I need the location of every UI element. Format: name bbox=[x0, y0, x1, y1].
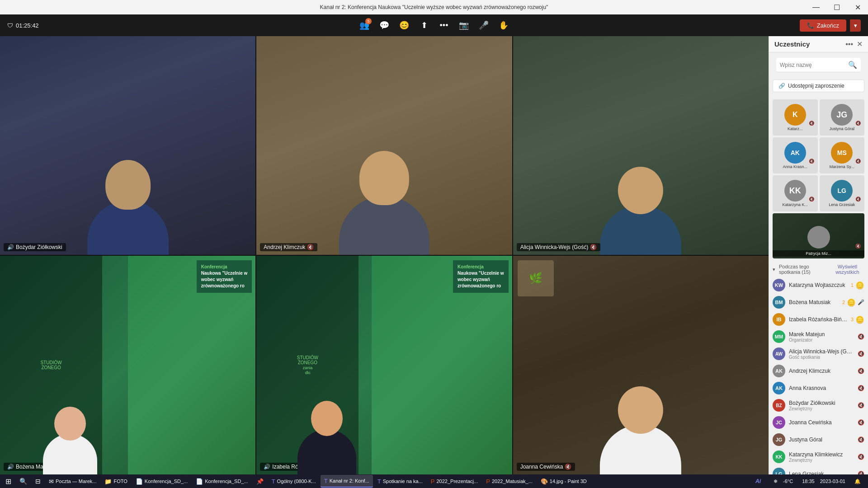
taskbar-date: 2023-03-01 bbox=[818, 479, 847, 484]
taskbar-pin[interactable]: 📌 bbox=[253, 475, 267, 488]
show-all-button[interactable]: Wyświetl wszystkich bbox=[830, 264, 864, 275]
participant-item[interactable]: IB Izabela Różańska-Bińczyk 3 🪙 bbox=[769, 311, 868, 328]
participant-item[interactable]: MM Marek Matejun Organizator 🔇 bbox=[769, 328, 868, 345]
invite-button[interactable]: 🔗 Udostępnij zaproszenie bbox=[773, 80, 864, 92]
reactions-button[interactable]: 😊 bbox=[396, 17, 412, 33]
end-call-dropdown[interactable]: ▾ bbox=[850, 19, 861, 32]
video-cell-alicja[interactable]: Alicja Winnicka-Wejs (Gość) 🔇 bbox=[513, 36, 769, 255]
avatar-cell-marzena[interactable]: MS Marzena Sy... 🔇 bbox=[820, 137, 865, 174]
toolbar-right: 📞 Zakończ ▾ bbox=[800, 19, 861, 32]
participant-item[interactable]: AK Andrzej Klimczuk 🔇 bbox=[769, 362, 868, 380]
taskbar-konf1[interactable]: 📄 Konferencja_SD_... bbox=[132, 475, 191, 488]
avatar-name-katarz: Katarz... bbox=[773, 127, 818, 131]
avatar-cell-patrycja[interactable]: Patrycja Miz... 🔇 bbox=[773, 213, 864, 258]
participant-avatar: JG bbox=[773, 433, 785, 446]
participant-info: Lena Grzesiak bbox=[789, 471, 854, 474]
participant-icons: 🔇 bbox=[858, 351, 864, 357]
chat-button[interactable]: 💬 bbox=[376, 17, 392, 33]
hand-icon: ✋ bbox=[499, 20, 509, 30]
mic-icon-marzena: 🔇 bbox=[855, 159, 861, 164]
start-button[interactable]: ⊞ bbox=[2, 475, 15, 488]
participant-search-box[interactable]: 🔍 bbox=[776, 58, 861, 72]
participant-avatar: JC bbox=[773, 416, 785, 429]
task-view-button[interactable]: ⊟ bbox=[32, 475, 44, 488]
mic-icon-lena: 🔇 bbox=[855, 197, 861, 202]
taskbar-ppt2[interactable]: P 2022_Matusiak_... bbox=[482, 475, 536, 488]
taskbar-ppt1[interactable]: P 2022_Prezentacj... bbox=[427, 475, 481, 488]
close-button[interactable]: ✕ bbox=[847, 0, 868, 14]
participant-icons: 🔇 bbox=[858, 454, 864, 460]
conf-text-bozena: Konferencja bbox=[201, 264, 248, 270]
video-cell-joanna[interactable]: 🌿 Joanna Cewińska 🔇 bbox=[513, 256, 769, 474]
camera-button[interactable]: 📷 bbox=[456, 17, 472, 33]
call-timer: 🛡 01:25:42 bbox=[7, 22, 39, 29]
mic-on-icon: 🎤 bbox=[858, 299, 864, 305]
participant-item[interactable]: BM Bożena Matusiak 2 🪙 🎤 bbox=[769, 294, 868, 311]
end-call-button[interactable]: 📞 Zakończ bbox=[800, 19, 846, 32]
avatar-cell-anna[interactable]: AK Anna Krasn... 🔇 bbox=[773, 137, 818, 174]
video-cell-boz[interactable]: 🔊 Bożydar Ziółkowski bbox=[0, 36, 255, 255]
avatar-cell-lena[interactable]: LG Lena Grzesiak 🔇 bbox=[820, 175, 865, 211]
participant-item[interactable]: AW Alicja Winnicka-Wejs (Gość) Gość spot… bbox=[769, 345, 868, 362]
muted-icon: 🔇 bbox=[858, 471, 864, 474]
paint-icon: 🎨 bbox=[541, 478, 548, 485]
taskbar-teams-kanal[interactable]: T Kanał nr 2: Konf... bbox=[321, 475, 373, 488]
teams-icon-1: T bbox=[272, 478, 275, 485]
participant-name: Justyna Góral bbox=[789, 436, 854, 443]
participant-item[interactable]: JG Justyna Góral 🔇 bbox=[769, 431, 868, 448]
participant-item[interactable]: AK Anna Krasnova 🔇 bbox=[769, 380, 868, 397]
hand-raise-button[interactable]: ✋ bbox=[495, 17, 512, 33]
participant-name: Andrzej Klimczuk bbox=[789, 368, 854, 374]
camera-icon: 📷 bbox=[459, 20, 469, 30]
taskbar-teams-ogolny[interactable]: T Ogólny (0800-K... bbox=[268, 475, 320, 488]
mute-button[interactable]: 🎤 bbox=[476, 17, 492, 33]
taskbar-notification[interactable]: 🔔 bbox=[849, 475, 866, 488]
speaking-bozena-icon: 🔊 bbox=[7, 464, 14, 470]
taskbar-mail[interactable]: ✉ Poczta — Marek... bbox=[45, 475, 100, 488]
taskbar-paint[interactable]: 🎨 14.jpg - Paint 3D bbox=[537, 475, 590, 488]
muted-icon: 🔇 bbox=[858, 402, 864, 408]
taskbar-teams-spotkanie[interactable]: T Spotkanie na ka... bbox=[374, 475, 426, 488]
avatar-cell-katarz[interactable]: K Katarz... 🔇 bbox=[773, 99, 818, 136]
toolbar: 🛡 01:25:42 👥 5 💬 😊 ⬆ ••• 📷 🎤 ✋ bbox=[0, 14, 868, 36]
coin-icon: 🪙 bbox=[847, 298, 856, 307]
avatar-name-marzena: Marzena Sy... bbox=[820, 164, 865, 169]
taskbar-weather[interactable]: ❄ -6°C bbox=[768, 475, 798, 488]
task-view-icon: ⊟ bbox=[35, 478, 41, 485]
taskbar-ai-button[interactable]: Ai bbox=[750, 475, 766, 488]
panel-close-button[interactable]: ✕ bbox=[857, 40, 863, 48]
minimize-button[interactable]: — bbox=[806, 0, 826, 14]
participant-item[interactable]: KK Katarzyna Klimkiewicz Zewnętrzny 🔇 bbox=[769, 448, 868, 465]
participant-info: Izabela Różańska-Bińczyk bbox=[789, 316, 847, 323]
chevron-down-icon: ▾ bbox=[773, 267, 775, 272]
ppt-icon-1: P bbox=[431, 478, 435, 485]
taskbar-konf2[interactable]: 📄 Konferencja_SD_... bbox=[192, 475, 251, 488]
avatar-name-lena: Lena Grzesiak bbox=[820, 202, 865, 207]
taskbar-foto[interactable]: 📁 FOTO bbox=[101, 475, 131, 488]
search-input[interactable] bbox=[780, 62, 848, 68]
search-button[interactable]: 🔍 bbox=[16, 475, 31, 488]
avatar-cell-justyna[interactable]: JG Justyna Góral 🔇 bbox=[820, 99, 865, 136]
video-cell-izabela[interactable]: Konferencja Naukowa "Uczelnie w wobec wy… bbox=[256, 256, 512, 474]
participant-item[interactable]: LG Lena Grzesiak 🔇 bbox=[769, 465, 868, 474]
mic-icon-katarz: 🔇 bbox=[809, 121, 814, 126]
maximize-button[interactable]: ☐ bbox=[826, 0, 847, 14]
taskbar-time: 18:35 bbox=[800, 479, 816, 484]
participant-item[interactable]: KW Katarzyna Wojtaszczuk 1 🪙 bbox=[769, 277, 868, 294]
avatar-cell-katarzynak[interactable]: KK Katarzyna K... 🔇 bbox=[773, 175, 818, 211]
video-cell-bozena[interactable]: Konferencja Naukowa "Uczelnie w wobec wy… bbox=[0, 256, 255, 474]
video-cell-andrzej[interactable]: Andrzej Klimczuk 🔇 bbox=[256, 36, 512, 255]
mic-icon-patrycja: 🔇 bbox=[855, 244, 861, 249]
meeting-section-header: ▾ Podczas tego spotkania (15) Wyświetl w… bbox=[769, 262, 868, 277]
participant-avatar: BZ bbox=[773, 399, 785, 412]
participant-avatar: AW bbox=[773, 347, 785, 360]
participant-role: Gość spotkania bbox=[789, 355, 854, 360]
participant-item[interactable]: BZ Bożydar Ziółkowski Zewnętrzny 🔇 bbox=[769, 397, 868, 414]
more-options-button[interactable]: ••• bbox=[436, 17, 452, 33]
share-screen-button[interactable]: ⬆ bbox=[416, 17, 432, 33]
panel-more-button[interactable]: ••• bbox=[845, 40, 853, 48]
participants-button[interactable]: 👥 5 bbox=[356, 17, 373, 33]
participant-item[interactable]: JC Joanna Cewińska 🔇 bbox=[769, 414, 868, 431]
num-icon: 2 bbox=[842, 300, 845, 305]
muted-icon: 🔇 bbox=[858, 385, 864, 391]
